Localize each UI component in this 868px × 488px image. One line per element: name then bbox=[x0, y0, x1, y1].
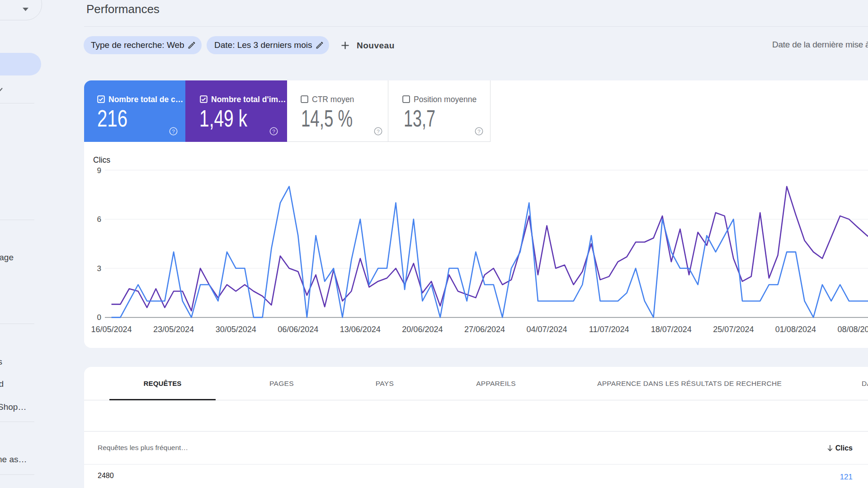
svg-text:06/06/2024: 06/06/2024 bbox=[278, 325, 318, 334]
svg-text:13/06/2024: 13/06/2024 bbox=[340, 325, 381, 334]
svg-text:27/06/2024: 27/06/2024 bbox=[464, 325, 505, 334]
svg-text:25/07/2024: 25/07/2024 bbox=[713, 325, 754, 334]
svg-text:?: ? bbox=[377, 129, 379, 134]
svg-text:0: 0 bbox=[97, 313, 101, 322]
svg-text:08/08/2024: 08/08/2024 bbox=[837, 325, 868, 334]
svg-text:04/07/2024: 04/07/2024 bbox=[527, 325, 567, 334]
svg-text:16/05/2024: 16/05/2024 bbox=[91, 325, 132, 334]
svg-text:Clics: Clics bbox=[93, 155, 110, 164]
svg-text:01/08/2024: 01/08/2024 bbox=[775, 325, 816, 334]
svg-text:23/05/2024: 23/05/2024 bbox=[153, 325, 194, 334]
svg-text:30/05/2024: 30/05/2024 bbox=[216, 325, 256, 334]
svg-text:9: 9 bbox=[97, 166, 101, 175]
svg-text:3: 3 bbox=[97, 264, 101, 273]
svg-text:6: 6 bbox=[97, 215, 101, 224]
svg-text:20/06/2024: 20/06/2024 bbox=[402, 325, 443, 334]
svg-text:?: ? bbox=[272, 129, 275, 134]
svg-text:11/07/2024: 11/07/2024 bbox=[589, 325, 629, 334]
svg-text:?: ? bbox=[172, 129, 175, 134]
svg-text:18/07/2024: 18/07/2024 bbox=[651, 325, 692, 334]
svg-text:?: ? bbox=[477, 129, 480, 134]
